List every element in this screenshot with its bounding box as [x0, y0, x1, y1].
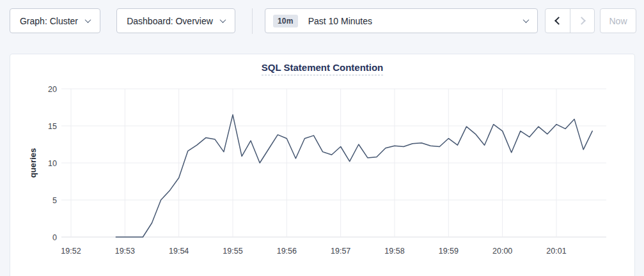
time-shift-next-button[interactable]	[570, 9, 594, 33]
x-tick-label: 20:01	[546, 247, 566, 256]
x-tick-label: 19:52	[61, 247, 81, 256]
dashboard-dropdown-label: Dashboard: Overview	[127, 16, 213, 26]
chevron-down-icon	[219, 17, 226, 23]
chevron-down-icon	[85, 17, 91, 23]
x-tick-label: 19:58	[384, 247, 404, 256]
x-tick-label: 19:57	[331, 247, 350, 256]
dashboard-dropdown[interactable]: Dashboard: Overview	[116, 8, 235, 33]
contention-chart-svg[interactable]: 0510152019:5219:5319:5419:5519:5619:5719…	[10, 54, 636, 276]
time-shift-button-group	[545, 8, 595, 33]
now-button[interactable]: Now	[600, 8, 636, 33]
x-tick-label: 19:56	[277, 247, 297, 256]
x-tick-label: 19:53	[115, 247, 135, 256]
time-range-badge: 10m	[273, 15, 298, 27]
x-tick-label: 20:00	[492, 247, 512, 256]
y-tick-label: 5	[52, 196, 57, 205]
chevron-down-icon	[523, 17, 530, 23]
toolbar-divider	[252, 8, 253, 34]
graph-dropdown-label: Graph: Cluster	[20, 16, 78, 26]
chevron-right-icon	[577, 17, 586, 25]
x-tick-label: 19:54	[169, 247, 189, 256]
y-tick-label: 20	[48, 85, 57, 94]
chart-panel: SQL Statement Contention 0510152019:5219…	[10, 54, 635, 276]
toolbar: Graph: Cluster Dashboard: Overview 10m P…	[0, 0, 644, 42]
time-range-label: Past 10 Minutes	[308, 16, 524, 26]
time-range-dropdown[interactable]: 10m Past 10 Minutes	[265, 8, 538, 33]
now-button-label: Now	[609, 16, 627, 26]
chevron-left-icon	[554, 17, 563, 25]
y-tick-label: 10	[48, 159, 57, 168]
y-tick-label: 15	[48, 122, 57, 131]
series-line	[116, 115, 592, 237]
graph-dropdown[interactable]: Graph: Cluster	[10, 8, 100, 33]
y-tick-label: 0	[52, 233, 57, 242]
time-shift-prev-button[interactable]	[546, 9, 570, 33]
x-tick-label: 19:55	[223, 247, 242, 256]
y-axis-label: queries	[28, 148, 38, 178]
x-tick-label: 19:59	[439, 247, 459, 256]
